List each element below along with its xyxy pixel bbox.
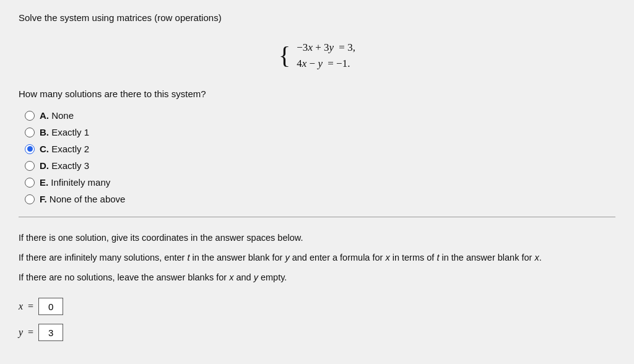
- radio-F[interactable]: [25, 194, 35, 204]
- radio-E[interactable]: [25, 178, 35, 188]
- radio-A[interactable]: [25, 111, 35, 121]
- instruction-1-text: If there is one solution, give its coord…: [19, 233, 303, 243]
- radio-C[interactable]: [25, 144, 35, 154]
- question-label: How many solutions are there to this sys…: [19, 89, 206, 99]
- option-D-label: D. Exactly 3: [40, 160, 89, 171]
- option-C[interactable]: C. Exactly 2: [25, 144, 615, 154]
- equation-2: 4x − y = −1.: [297, 58, 355, 70]
- option-E[interactable]: E. Infinitely many: [25, 177, 615, 188]
- eq1-right: = 3,: [336, 41, 355, 54]
- option-E-label: E. Infinitely many: [40, 177, 110, 188]
- option-B[interactable]: B. Exactly 1: [25, 127, 615, 137]
- instruction-line-2: If there are infinitely many solutions, …: [19, 249, 615, 266]
- x-equals-sign: =: [28, 301, 33, 312]
- problem-statement: Solve the system using matrices (row ope…: [19, 12, 615, 23]
- section-divider: [19, 217, 615, 217]
- instructions-block: If there is one solution, give its coord…: [19, 230, 615, 285]
- instruction-text: Solve the system using matrices (row ope…: [19, 12, 222, 23]
- option-A[interactable]: A. None: [25, 110, 615, 121]
- option-A-label: A. None: [40, 110, 74, 121]
- y-answer-row: y =: [19, 324, 615, 341]
- equation-1: −3x + 3y = 3,: [297, 41, 355, 54]
- y-equals-sign: =: [28, 327, 33, 338]
- equations-container: −3x + 3y = 3, 4x − y = −1.: [297, 41, 355, 70]
- x-answer-row: x =: [19, 298, 615, 315]
- radio-B[interactable]: [25, 128, 35, 137]
- option-B-label: B. Exactly 1: [40, 127, 89, 137]
- instruction-line-3: If there are no solutions, leave the ans…: [19, 269, 615, 285]
- option-C-label: C. Exactly 2: [40, 144, 89, 154]
- x-answer-input[interactable]: [38, 298, 63, 315]
- options-list: A. None B. Exactly 1 C. Exactly 2 D. Exa…: [25, 110, 615, 204]
- option-F[interactable]: F. None of the above: [25, 194, 615, 204]
- y-variable-label: y: [19, 327, 23, 338]
- question-text: How many solutions are there to this sys…: [19, 89, 615, 99]
- option-F-label: F. None of the above: [40, 194, 125, 204]
- eq2-left: 4x − y: [297, 58, 323, 70]
- x-variable-label: x: [19, 301, 23, 312]
- radio-D[interactable]: [25, 161, 35, 171]
- eq1-left: −3x + 3y: [297, 41, 334, 54]
- equation-block: { −3x + 3y = 3, 4x − y = −1.: [19, 41, 615, 70]
- brace-symbol: {: [279, 41, 290, 70]
- eq2-right: = −1.: [325, 58, 350, 70]
- y-answer-input[interactable]: [38, 324, 63, 341]
- instruction-line-1: If there is one solution, give its coord…: [19, 230, 615, 246]
- option-D[interactable]: D. Exactly 3: [25, 160, 615, 171]
